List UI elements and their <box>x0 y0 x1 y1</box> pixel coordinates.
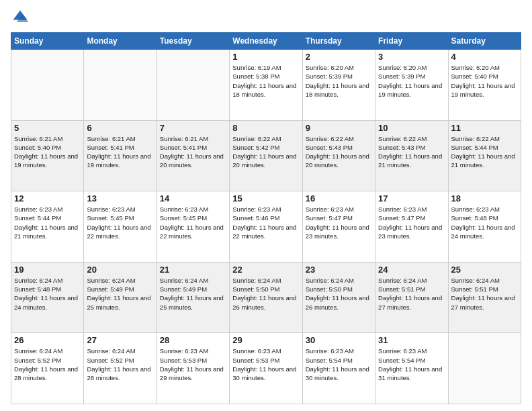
day-info: Sunrise: 6:23 AMSunset: 5:54 PMDaylight:… <box>306 347 372 382</box>
day-info: Sunrise: 6:22 AMSunset: 5:44 PMDaylight:… <box>451 134 518 170</box>
day-number: 21 <box>160 265 226 275</box>
day-info: Sunrise: 6:24 AMSunset: 5:50 PMDaylight:… <box>232 276 299 312</box>
day-number: 23 <box>306 265 372 275</box>
weekday-sunday: Sunday <box>11 33 84 50</box>
day-number: 11 <box>451 123 518 133</box>
day-info: Sunrise: 6:23 AMSunset: 5:47 PMDaylight:… <box>306 205 372 240</box>
calendar-week-1: 1Sunrise: 6:19 AMSunset: 5:38 PMDaylight… <box>11 50 521 121</box>
calendar-cell: 16Sunrise: 6:23 AMSunset: 5:47 PMDayligh… <box>302 191 375 263</box>
day-info: Sunrise: 6:23 AMSunset: 5:48 PMDaylight:… <box>451 205 518 240</box>
day-number: 30 <box>306 335 372 345</box>
day-number: 24 <box>378 265 445 275</box>
day-info: Sunrise: 6:23 AMSunset: 5:54 PMDaylight:… <box>378 347 445 382</box>
day-info: Sunrise: 6:24 AMSunset: 5:49 PMDaylight:… <box>160 276 226 312</box>
calendar-cell: 10Sunrise: 6:22 AMSunset: 5:43 PMDayligh… <box>375 120 448 191</box>
day-info: Sunrise: 6:21 AMSunset: 5:41 PMDaylight:… <box>87 134 153 170</box>
calendar-cell: 1Sunrise: 6:19 AMSunset: 5:38 PMDaylight… <box>230 50 302 121</box>
day-number: 2 <box>306 52 372 62</box>
day-info: Sunrise: 6:24 AMSunset: 5:51 PMDaylight:… <box>378 276 445 312</box>
day-number: 4 <box>451 52 518 62</box>
day-info: Sunrise: 6:24 AMSunset: 5:52 PMDaylight:… <box>14 347 81 382</box>
day-number: 8 <box>232 123 299 133</box>
day-info: Sunrise: 6:23 AMSunset: 5:44 PMDaylight:… <box>14 205 81 240</box>
calendar-cell: 23Sunrise: 6:24 AMSunset: 5:50 PMDayligh… <box>302 262 375 333</box>
day-number: 15 <box>232 193 299 203</box>
calendar-cell: 5Sunrise: 6:21 AMSunset: 5:40 PMDaylight… <box>11 120 84 191</box>
calendar-cell: 4Sunrise: 6:20 AMSunset: 5:40 PMDaylight… <box>448 50 521 121</box>
calendar-cell: 31Sunrise: 6:23 AMSunset: 5:54 PMDayligh… <box>375 333 448 404</box>
calendar-cell <box>84 50 157 121</box>
calendar-cell <box>448 333 521 404</box>
day-info: Sunrise: 6:20 AMSunset: 5:39 PMDaylight:… <box>306 63 372 99</box>
calendar-cell: 25Sunrise: 6:24 AMSunset: 5:51 PMDayligh… <box>448 262 521 333</box>
day-number: 27 <box>87 335 153 345</box>
day-number: 7 <box>160 123 226 133</box>
calendar-cell: 30Sunrise: 6:23 AMSunset: 5:54 PMDayligh… <box>302 333 375 404</box>
calendar-cell: 24Sunrise: 6:24 AMSunset: 5:51 PMDayligh… <box>375 262 448 333</box>
day-info: Sunrise: 6:24 AMSunset: 5:49 PMDaylight:… <box>87 276 153 312</box>
page: SundayMondayTuesdayWednesdayThursdayFrid… <box>0 0 532 411</box>
weekday-tuesday: Tuesday <box>157 33 229 50</box>
calendar-cell: 14Sunrise: 6:23 AMSunset: 5:45 PMDayligh… <box>157 191 229 263</box>
day-info: Sunrise: 6:22 AMSunset: 5:43 PMDaylight:… <box>378 134 445 170</box>
day-number: 1 <box>232 52 299 62</box>
day-number: 22 <box>232 265 299 275</box>
day-number: 12 <box>14 193 81 203</box>
day-number: 25 <box>451 265 518 275</box>
weekday-saturday: Saturday <box>448 33 521 50</box>
calendar-cell: 7Sunrise: 6:21 AMSunset: 5:41 PMDaylight… <box>157 120 229 191</box>
day-info: Sunrise: 6:24 AMSunset: 5:51 PMDaylight:… <box>451 276 518 312</box>
day-number: 5 <box>14 123 81 133</box>
day-number: 6 <box>87 123 153 133</box>
day-info: Sunrise: 6:24 AMSunset: 5:48 PMDaylight:… <box>14 276 81 312</box>
logo-icon <box>11 8 30 27</box>
calendar-cell <box>11 50 84 121</box>
weekday-thursday: Thursday <box>302 33 375 50</box>
day-info: Sunrise: 6:23 AMSunset: 5:47 PMDaylight:… <box>378 205 445 240</box>
calendar-cell: 28Sunrise: 6:23 AMSunset: 5:53 PMDayligh… <box>157 333 229 404</box>
day-number: 20 <box>87 265 153 275</box>
calendar-cell: 20Sunrise: 6:24 AMSunset: 5:49 PMDayligh… <box>84 262 157 333</box>
weekday-friday: Friday <box>375 33 448 50</box>
weekday-wednesday: Wednesday <box>230 33 302 50</box>
weekday-monday: Monday <box>84 33 157 50</box>
day-info: Sunrise: 6:19 AMSunset: 5:38 PMDaylight:… <box>232 63 299 99</box>
day-number: 13 <box>87 193 153 203</box>
calendar-week-5: 26Sunrise: 6:24 AMSunset: 5:52 PMDayligh… <box>11 333 521 404</box>
day-info: Sunrise: 6:21 AMSunset: 5:41 PMDaylight:… <box>160 134 226 170</box>
calendar-cell: 22Sunrise: 6:24 AMSunset: 5:50 PMDayligh… <box>230 262 302 333</box>
calendar-cell: 21Sunrise: 6:24 AMSunset: 5:49 PMDayligh… <box>157 262 229 333</box>
calendar-cell: 11Sunrise: 6:22 AMSunset: 5:44 PMDayligh… <box>448 120 521 191</box>
calendar-cell: 15Sunrise: 6:23 AMSunset: 5:46 PMDayligh… <box>230 191 302 263</box>
calendar-cell: 2Sunrise: 6:20 AMSunset: 5:39 PMDaylight… <box>302 50 375 121</box>
calendar-cell: 9Sunrise: 6:22 AMSunset: 5:43 PMDaylight… <box>302 120 375 191</box>
day-info: Sunrise: 6:20 AMSunset: 5:39 PMDaylight:… <box>378 63 445 99</box>
day-number: 17 <box>378 193 445 203</box>
calendar-cell: 27Sunrise: 6:24 AMSunset: 5:52 PMDayligh… <box>84 333 157 404</box>
day-info: Sunrise: 6:23 AMSunset: 5:45 PMDaylight:… <box>160 205 226 240</box>
day-number: 31 <box>378 335 445 345</box>
calendar-cell: 26Sunrise: 6:24 AMSunset: 5:52 PMDayligh… <box>11 333 84 404</box>
calendar-cell: 8Sunrise: 6:22 AMSunset: 5:42 PMDaylight… <box>230 120 302 191</box>
day-number: 3 <box>378 52 445 62</box>
day-number: 10 <box>378 123 445 133</box>
day-info: Sunrise: 6:23 AMSunset: 5:53 PMDaylight:… <box>232 347 299 382</box>
day-info: Sunrise: 6:22 AMSunset: 5:43 PMDaylight:… <box>306 134 372 170</box>
calendar-week-4: 19Sunrise: 6:24 AMSunset: 5:48 PMDayligh… <box>11 262 521 333</box>
day-info: Sunrise: 6:22 AMSunset: 5:42 PMDaylight:… <box>232 134 299 170</box>
day-number: 14 <box>160 193 226 203</box>
day-number: 29 <box>232 335 299 345</box>
calendar-cell: 18Sunrise: 6:23 AMSunset: 5:48 PMDayligh… <box>448 191 521 263</box>
calendar-week-3: 12Sunrise: 6:23 AMSunset: 5:44 PMDayligh… <box>11 191 521 263</box>
header <box>11 8 521 27</box>
calendar-cell: 19Sunrise: 6:24 AMSunset: 5:48 PMDayligh… <box>11 262 84 333</box>
day-number: 18 <box>451 193 518 203</box>
logo <box>11 8 32 27</box>
day-number: 9 <box>306 123 372 133</box>
calendar-cell: 13Sunrise: 6:23 AMSunset: 5:45 PMDayligh… <box>84 191 157 263</box>
day-number: 16 <box>306 193 372 203</box>
calendar-cell: 3Sunrise: 6:20 AMSunset: 5:39 PMDaylight… <box>375 50 448 121</box>
day-number: 28 <box>160 335 226 345</box>
calendar-cell: 6Sunrise: 6:21 AMSunset: 5:41 PMDaylight… <box>84 120 157 191</box>
day-info: Sunrise: 6:24 AMSunset: 5:50 PMDaylight:… <box>306 276 372 312</box>
